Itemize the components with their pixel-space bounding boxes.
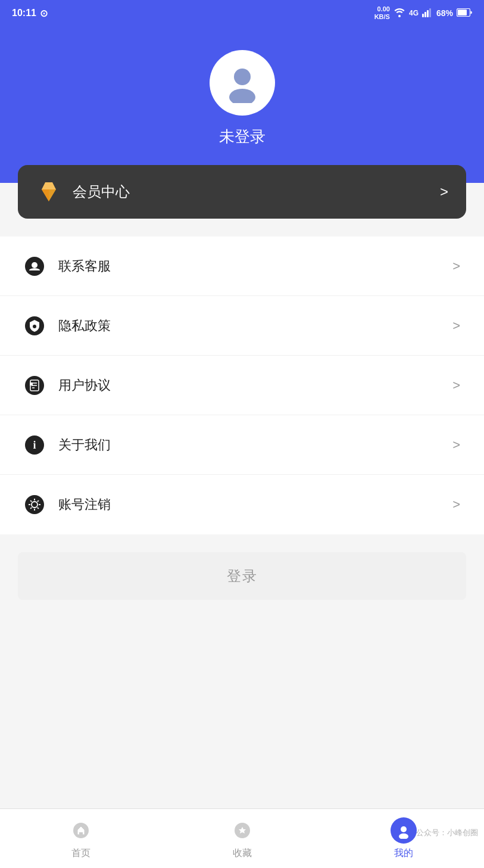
menu-item-left: 联系客服	[24, 256, 111, 277]
home-tab-icon	[68, 817, 94, 844]
wifi-icon	[394, 8, 405, 19]
menu-item-privacy[interactable]: 隐私政策 >	[0, 296, 484, 356]
tab-mine[interactable]: 我的	[323, 817, 484, 860]
battery-icon	[457, 8, 472, 18]
svg-point-9	[32, 262, 38, 268]
status-left: 10:11 ⊙	[12, 8, 48, 19]
shield-icon	[24, 315, 45, 337]
menu-label-about: 关于我们	[58, 436, 111, 454]
svg-rect-1	[424, 12, 426, 17]
privacy-chevron-icon: >	[452, 318, 460, 334]
avatar[interactable]	[210, 50, 275, 116]
menu-item-cancel[interactable]: 账号注销 >	[0, 475, 484, 534]
network-speed: 0.00KB/S	[374, 5, 390, 21]
tab-home-label: 首页	[71, 847, 90, 860]
menu-label-privacy: 隐私政策	[58, 317, 111, 335]
cancel-chevron-icon: >	[452, 497, 460, 512]
svg-rect-2	[427, 10, 429, 17]
menu-label-cancel: 账号注销	[58, 496, 111, 514]
member-left: 会员中心	[36, 179, 130, 205]
svg-point-6	[234, 69, 251, 85]
contact-chevron-icon: >	[452, 259, 460, 274]
status-time: 10:11	[12, 8, 36, 18]
status-bar: 10:11 ⊙ 0.00KB/S 4G 68%	[0, 0, 484, 26]
document-icon: =	[24, 375, 45, 396]
svg-text:i: i	[33, 439, 36, 451]
menu-list: 联系客服 > 隐私政策 >	[0, 237, 484, 534]
info-icon: i	[24, 434, 45, 456]
member-chevron-icon: >	[440, 183, 448, 200]
menu-label-agreement: 用户协议	[58, 377, 111, 394]
battery-level: 68%	[436, 8, 453, 18]
mine-tab-icon	[391, 817, 417, 844]
profile-name: 未登录	[219, 126, 266, 147]
signal-label: 4G	[409, 9, 419, 17]
menu-item-left: i 关于我们	[24, 434, 111, 456]
svg-point-35	[401, 826, 407, 832]
tab-mine-label: 我的	[394, 847, 413, 860]
member-card[interactable]: 会员中心 >	[18, 165, 466, 219]
status-right: 0.00KB/S 4G 68%	[374, 5, 472, 21]
menu-item-contact[interactable]: 联系客服 >	[0, 237, 484, 296]
svg-rect-0	[422, 14, 424, 17]
profile-header: 未登录	[0, 26, 484, 183]
menu-item-left: = 用户协议	[24, 375, 111, 396]
signal-icon	[422, 8, 433, 19]
tab-home[interactable]: 首页	[0, 817, 161, 860]
menu-item-left: 账号注销	[24, 494, 111, 515]
member-label: 会员中心	[73, 182, 130, 201]
svg-rect-5	[458, 10, 467, 15]
svg-point-7	[229, 89, 255, 103]
svg-point-22	[25, 495, 44, 514]
user-avatar-icon	[221, 60, 264, 105]
gear-icon	[24, 494, 45, 515]
menu-item-left: 隐私政策	[24, 315, 111, 337]
menu-item-about[interactable]: i 关于我们 >	[0, 415, 484, 475]
login-section: 登录	[18, 552, 466, 600]
clock-icon: ⊙	[40, 8, 48, 19]
agreement-chevron-icon: >	[452, 378, 460, 393]
svg-point-36	[399, 833, 408, 839]
svg-rect-3	[429, 8, 431, 17]
svg-rect-12	[34, 325, 35, 328]
tab-favorites-label: 收藏	[233, 847, 252, 860]
tab-bar: 首页 收藏 我的	[0, 808, 484, 868]
menu-item-agreement[interactable]: = 用户协议 >	[0, 356, 484, 415]
menu-label-contact: 联系客服	[58, 257, 111, 275]
login-button[interactable]: 登录	[18, 552, 466, 600]
about-chevron-icon: >	[452, 437, 460, 453]
favorites-tab-icon	[229, 817, 255, 844]
headset-icon	[24, 256, 45, 277]
diamond-icon	[36, 179, 62, 205]
svg-rect-33	[79, 832, 83, 835]
tab-favorites[interactable]: 收藏	[161, 817, 323, 860]
